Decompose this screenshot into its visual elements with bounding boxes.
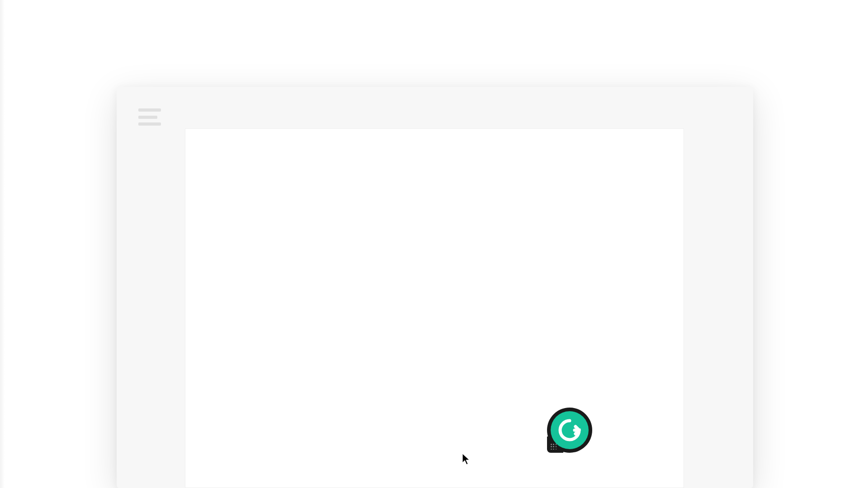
- grammarly-g-icon: [557, 418, 582, 442]
- grammarly-floating-widget[interactable]: [547, 408, 592, 453]
- drag-handle-icon[interactable]: [551, 444, 557, 450]
- hamburger-line: [138, 108, 161, 112]
- hamburger-line: [138, 116, 157, 119]
- hamburger-menu-icon[interactable]: [138, 108, 161, 126]
- hamburger-line: [138, 122, 161, 126]
- document-text-area[interactable]: [185, 128, 684, 488]
- page-edge-shadow: [0, 0, 5, 488]
